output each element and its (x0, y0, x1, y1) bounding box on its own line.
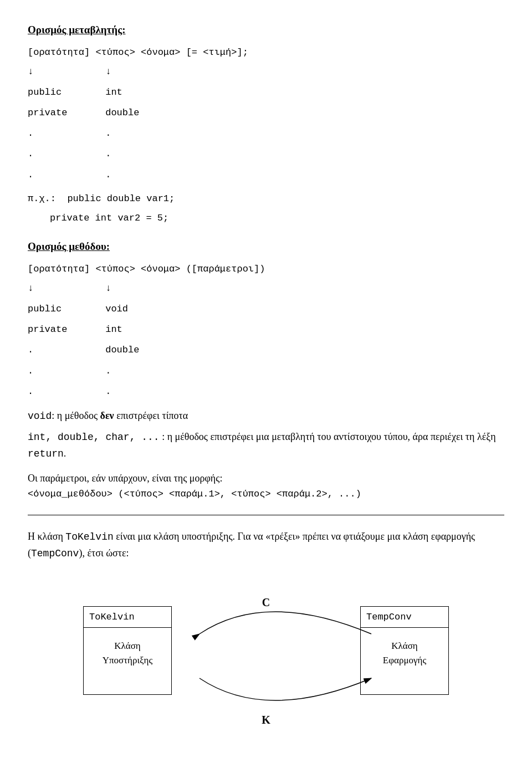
method-arrow-right: ↓ (105, 283, 111, 294)
tokelvin-label-line1: Κλάση (114, 641, 140, 651)
method-dot2: . (28, 363, 100, 378)
var-type-2: double (105, 107, 139, 118)
methods-row2: private int (28, 322, 504, 337)
tempconv-class-name: TempConv (31, 548, 79, 559)
dot-col1-1: . (28, 126, 100, 141)
section-variables-title: Ορισμός μεταβλητής: (28, 22, 504, 38)
tempconv-label-line1: Κλάση (391, 641, 417, 651)
section-tokelvin: Η κλάση ToKelvin είναι μια κλάση υποστήρ… (28, 529, 504, 734)
return-keyword: return (28, 448, 64, 459)
example-line2: private int var2 = 5; (50, 213, 168, 223)
tokelvin-label-line2: Υποστήριξης (103, 655, 153, 665)
section-divider (28, 515, 504, 515)
var-visibility-1: public (28, 85, 100, 100)
label-c: C (262, 594, 270, 611)
example-label: π.χ.: public double var1; (28, 193, 175, 204)
dot-col2-1: . (105, 128, 111, 139)
methods-dots2: . . (28, 384, 504, 399)
section-methods-title: Ορισμός μεθόδου: (28, 239, 504, 255)
arrow-left: ↓ (28, 64, 100, 79)
dot-col2-2: . (105, 149, 111, 159)
void-desc-text: : η μέθοδος δεν επιστρέφει τίποτα (52, 410, 188, 421)
method-dot3b: . (105, 386, 111, 397)
method-dot2b: . (105, 366, 111, 376)
int-description: int, double, char, ... : η μέθοδος επιστ… (28, 429, 504, 462)
desc-part1: Η κλάση (28, 531, 65, 542)
dot-col1-2: . (28, 146, 100, 161)
variables-arrows: ↓ ↓ (28, 64, 504, 79)
methods-arrows: ↓ ↓ (28, 281, 504, 296)
desc-part3: ), έτσι ώστε: (79, 547, 129, 559)
void-keyword: void (28, 411, 52, 422)
variables-dots2: . . (28, 146, 504, 161)
method-dot3: . (28, 384, 100, 399)
int-desc-text: : η μέθοδος επιστρέφει μια μεταβλητή του… (160, 431, 496, 442)
method-type-1: void (105, 304, 128, 314)
tokelvin-box-body: Κλάση Υποστήριξης (84, 628, 171, 678)
var-visibility-2: private (28, 105, 100, 120)
methods-dots1: . . (28, 363, 504, 378)
variables-syntax: [ορατότητα] <τύπος> <όνομα> [= <τιμή>]; (28, 45, 504, 60)
dot-col2-3: . (105, 170, 111, 180)
int-desc-period: . (64, 448, 66, 459)
tokelvin-description: Η κλάση ToKelvin είναι μια κλάση υποστήρ… (28, 529, 504, 562)
variables-row1: public int (28, 85, 504, 100)
variables-dots3: . . (28, 167, 504, 182)
params-syntax: <όνομα_μεθόδου> (<τύπος> <παράμ.1>, <τύπ… (28, 487, 504, 501)
tempconv-box: TempConv Κλάση Εφαρμογής (360, 606, 449, 695)
section-methods: Ορισμός μεθόδου: [ορατότητα] <τύπος> <όν… (28, 239, 504, 501)
tempconv-box-body: Κλάση Εφαρμογής (361, 628, 448, 678)
method-visibility-1: public (28, 301, 100, 316)
variables-dots1: . . (28, 126, 504, 141)
section-variables: Ορισμός μεταβλητής: [ορατότητα] <τύπος> … (28, 22, 504, 226)
params-title: Οι παράμετροι, εάν υπάρχουν, είναι της μ… (28, 470, 504, 487)
variables-row2: private double (28, 105, 504, 120)
methods-row3: . double (28, 342, 504, 357)
method-type-3: double (105, 345, 139, 355)
int-types: int, double, char, ... (28, 432, 160, 443)
methods-row1: public void (28, 301, 504, 316)
tempconv-box-title: TempConv (361, 607, 448, 628)
tokelvin-box: ToKelvin Κλάση Υποστήριξης (83, 606, 172, 695)
tokelvin-box-title: ToKelvin (84, 607, 171, 628)
var-type-1: int (105, 87, 122, 98)
class-diagram: ToKelvin Κλάση Υποστήριξης TempConv Κλάσ… (28, 578, 504, 734)
tokelvin-class-name: ToKelvin (65, 531, 113, 542)
variables-example: π.χ.: public double var1; (28, 191, 504, 206)
method-visibility-2: private (28, 322, 100, 337)
variables-example2: private int var2 = 5; (28, 211, 504, 226)
method-type-2: int (105, 324, 122, 335)
dot-col1-3: . (28, 167, 100, 182)
methods-syntax: [ορατότητα] <τύπος> <όνομα> ([παράμετροι… (28, 262, 504, 277)
tempconv-label-line2: Εφαρμογής (383, 655, 426, 665)
arrow-right: ↓ (105, 64, 177, 79)
label-k: K (262, 711, 270, 728)
method-dot1: . (28, 342, 100, 357)
void-description: void: η μέθοδος δεν επιστρέφει τίποτα (28, 408, 504, 424)
method-arrow-left: ↓ (28, 281, 100, 296)
